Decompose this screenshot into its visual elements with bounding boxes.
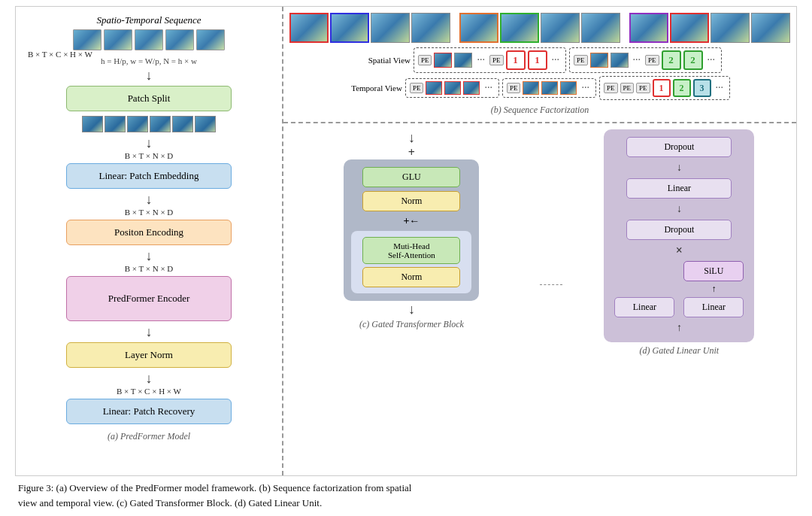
right-bottom: ↓ + GLU Norm +← [283,123,796,475]
sv-num1: 1 [506,50,526,70]
formula6: B × T × C × H × W [117,387,181,396]
patch-g3-1 [629,13,668,43]
linear-rec-label: Linear: Patch Recovery [103,405,195,417]
seq-images [73,29,225,50]
main-container: Spatio-Temporal Sequence B × T × C × H ×… [0,0,812,516]
right-branch: SiLU ↑ Linear [683,261,744,317]
gtb-arrow-bot: ↓ [408,302,415,316]
gtb-panel: ↓ + GLU Norm +← [289,129,534,469]
sv-num2: 2 [662,50,681,70]
dots3: ··· [631,54,644,66]
arrow1: ↓ [146,68,153,82]
patch-g2-4 [581,13,620,43]
sv-num2b: 2 [683,50,703,70]
dropout1-label: Dropout [664,141,694,152]
spatial-label: Spatial View [358,56,411,65]
tv-img1 [426,81,442,95]
dots-t3: ··· [714,82,726,94]
silu-label: SiLU [704,266,723,276]
dropout2-block: Dropout [626,220,732,240]
patch-g1-3 [371,13,410,43]
patch-group-1 [289,13,450,43]
dots4: ··· [705,54,718,66]
dots-t2: ··· [579,82,592,94]
linear-right-block: Linear [683,297,744,317]
seq-title: Spatio-Temporal Sequence [96,14,201,26]
glu-arrow2: ↓ [677,204,682,214]
gtb-caption: (c) Gated Transformer Block [359,319,464,330]
tv-img4 [523,81,539,95]
linear-left-label: Linear [633,302,656,312]
temporal-view-row: Temporal View PE ··· PE ··· [350,76,730,100]
linear-rec-box: Linear: Patch Recovery [66,399,232,424]
predformer-box: PredFormer Encoder [66,276,232,321]
mhsa-block: Muti-Head Self-Attention [362,237,460,264]
pe1: PE [418,55,432,65]
formula2: h = H/p, w = W/p, N = h × w [101,56,197,65]
pe-t2: PE [507,83,521,93]
gtb-plus1: + [408,146,415,159]
patch-g1-2 [330,13,369,43]
right-panel: Spatial View PE ··· PE 1 1 ··· PE [283,7,796,475]
glu-panel: Dropout ↓ Linear ↓ Dropout × [568,129,790,469]
patch-img-4 [150,116,171,132]
gtb-arrow-top: ↓ [408,131,415,144]
formula1: B × T × C × H × W [28,50,92,59]
patch-g2-3 [541,13,580,43]
arrow2: ↓ [146,136,153,150]
tv-img5 [541,81,558,95]
patch-img-6 [195,116,216,132]
caption-line2: view and temporal view. (c) Gated Transf… [18,497,322,508]
glu-arrow-up: ↑ [677,323,682,333]
sv-num1b: 1 [528,50,547,70]
dropout2-label: Dropout [664,224,694,235]
glu-label: GLU [402,171,421,182]
sv-img2 [454,53,472,68]
figure-area: Spatio-Temporal Sequence B × T × C × H ×… [15,6,797,476]
seq-img-5 [196,29,225,50]
temporal-dashed-group2: PE ··· [502,78,596,98]
pos-enc-box: Positon Encoding [66,220,232,245]
patch-g2-2 [500,13,539,43]
predformer-label: PredFormer Encoder [108,293,190,305]
pe4: PE [645,55,659,65]
pos-enc-label: Positon Encoding [114,226,183,238]
arrow4: ↓ [146,249,153,263]
sv-img3 [590,53,608,68]
formula5: B × T × N × D [125,264,174,273]
caption-line1: Figure 3: (a) Overview of the PredFormer… [18,482,411,493]
mhsa-label: Muti-Head Self-Attention [388,241,435,260]
dots1: ··· [474,54,487,66]
formula3: B × T × N × D [125,151,174,160]
seq-img-2 [104,29,132,50]
seq-factorization-section: Spatial View PE ··· PE 1 1 ··· PE [283,7,796,123]
pe3: PE [574,55,588,65]
left-caption: (a) PredFormer Model [108,431,190,442]
glu-arrow1: ↓ [677,162,682,173]
patch-img-2 [105,116,126,132]
figure-caption: Figure 3: (a) Overview of the PredFormer… [15,476,797,511]
temporal-dashed-group1: PE ··· [405,78,499,98]
pe-t3: PE [604,83,618,93]
dropout1-block: Dropout [626,137,732,157]
arrow6: ↓ [146,372,153,385]
branch-arrow: ↑ [711,284,716,295]
sv-img4 [611,53,629,68]
gtb-plus2: +← [403,215,420,227]
sv-img1 [434,53,452,68]
arrow3: ↓ [146,193,153,206]
patch-img-1 [82,116,103,132]
tv-img2 [444,81,461,95]
pe-t4: PE [620,83,635,93]
norm1-block: Norm [362,191,460,211]
norm2-block: Norm [362,267,460,287]
tv-num1: 1 [653,79,671,97]
left-panel: Spatio-Temporal Sequence B × T × C × H ×… [16,7,283,475]
mul-sym: × [676,244,683,257]
pe-t1: PE [410,83,424,93]
connector [540,129,562,469]
seq-img-1 [73,29,102,50]
spatial-dashed-group1: PE ··· PE 1 1 ··· [414,47,566,73]
patch-g3-4 [751,13,790,43]
tv-img6 [560,81,577,95]
